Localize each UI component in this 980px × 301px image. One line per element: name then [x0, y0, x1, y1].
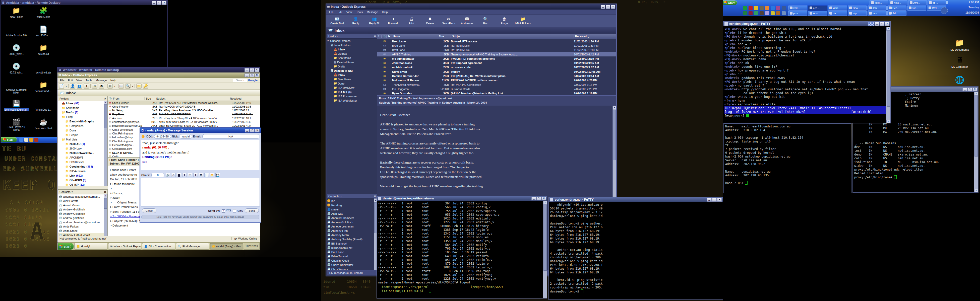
contact-item[interactable]: 📇 Andrew Goldfinch	[58, 211, 107, 216]
format-tool-icon[interactable]: 💾	[215, 173, 220, 177]
contact-item[interactable]: 📇 ajhamvar@adaptiveinternati...	[58, 195, 107, 199]
maximize-icon[interactable]: □	[250, 73, 254, 77]
close-icon[interactable]: ✕	[255, 68, 259, 72]
contact-item[interactable]: 🌼 Ian	[327, 199, 377, 203]
folder-item[interactable]: 📁 2600-NetworkSta...	[58, 151, 107, 155]
google-search-widget[interactable]: Search Google	[233, 79, 258, 82]
contact-item[interactable]: 📇 Brett Lane	[327, 250, 377, 254]
reply-all-icon[interactable]: 👥	[77, 84, 82, 89]
maximize-icon[interactable]: □	[880, 22, 885, 26]
icq-history[interactable]: "nah, just stick em through"randal (01:5…	[141, 140, 260, 170]
quicklaunch-icon[interactable]	[771, 6, 775, 10]
from-column-header[interactable]: From	[112, 97, 145, 100]
folder-item[interactable]: 📁 Drafts (7)	[58, 110, 107, 115]
desktop-icon[interactable]: 🗜 ccrcdb-cd.zip	[31, 62, 56, 81]
menu-item[interactable]: File	[329, 11, 334, 14]
message-row[interactable]: 🖂 APNIC Training 5KB [Training-announce]…	[377, 52, 616, 56]
contact-item[interactable]: 📇 Bill Sashegyi	[327, 241, 377, 246]
app-quicklaunch-icon[interactable]	[34, 138, 38, 142]
maximize-icon[interactable]: □	[250, 68, 254, 72]
winamp-quicklaunch-icon[interactable]	[29, 138, 33, 142]
folder-item[interactable]: 📁 2600-AU (1)	[58, 142, 107, 146]
message-row[interactable]: 🖂 Brett Lane 2KB Re: Hold Music 11/02/20…	[377, 43, 616, 48]
contact-item[interactable]: 📇 Alan Way	[327, 211, 377, 216]
message-row[interactable]: ✉ clc administrator 2KB Fwd(2): RE: conn…	[377, 56, 616, 61]
terminal-output[interactable]: Name: mail.heartfoundation.com.au Addres…	[724, 124, 851, 186]
taskbar-button[interactable]: ~/pr...	[848, 11, 867, 16]
contact-item[interactable]: 📇 Andy Farkas	[58, 224, 107, 228]
contact-item[interactable]: 📇 Andrew Chambers	[327, 216, 377, 220]
maximize-icon[interactable]: □	[712, 198, 717, 202]
quicklaunch-icon[interactable]	[765, 6, 769, 10]
close-icon[interactable]: ✕	[255, 73, 259, 77]
close-icon[interactable]: ✕	[255, 129, 259, 132]
folder-item[interactable]: 📁 Sent Items	[327, 56, 377, 60]
desktop-icon[interactable]: 📁 ccrcdb-cd	[31, 44, 56, 62]
quicklaunch-icon[interactable]	[743, 11, 747, 15]
folders-scrollbar[interactable]: ▲	[104, 101, 107, 186]
minimize-icon[interactable]: ▁	[707, 198, 712, 202]
desktop-icon[interactable]: ☕ Java Web Start	[31, 118, 56, 137]
format-tool-icon[interactable]: 🀫	[177, 173, 181, 177]
quicklaunch-icon[interactable]	[782, 11, 786, 15]
vorlon-putty-window[interactable]: vorlon.rendrag.net - PuTTY ▁□✕ --- nhfgw…	[549, 197, 723, 300]
message-row[interactable]: ✖ Chris Fletcher 2KB Re: FW: [2600-AU] F…	[108, 101, 260, 105]
message-row[interactable]: ✉ Steve Ryan 3KB stubby 10/02/2003 12:05…	[377, 70, 616, 74]
format-tool-icon[interactable]: T	[193, 173, 198, 177]
format-tool-icon[interactable]: T	[188, 173, 192, 177]
size-column-header[interactable]: Size	[145, 97, 155, 100]
toolbar-button[interactable]: ✖ Delete	[421, 15, 439, 26]
contact-item[interactable]: 📇 Anand Vasan	[58, 203, 107, 207]
maximize-icon[interactable]: □	[967, 87, 972, 91]
contact-item[interactable]: 📇 Andrew Goldfinch	[58, 207, 107, 211]
sms-checkbox[interactable]	[233, 209, 236, 212]
menu-item[interactable]: Tools	[356, 11, 363, 14]
close-icon[interactable]: ✕	[611, 5, 615, 9]
taskbar-button[interactable]: Joh...	[867, 6, 887, 11]
quicklaunch-icon[interactable]	[776, 11, 780, 15]
message-row[interactable]: ✉ Ryan Gonzales 3KB [APNIC Members]Membe…	[377, 91, 616, 95]
icq-checkbox[interactable]: ✔	[222, 209, 225, 213]
contact-item[interactable]: 📇 Annette Leishman	[327, 224, 377, 228]
desktop-icon[interactable]: 🎬 DivX Player 2.0 Alpha	[4, 118, 29, 137]
message-row[interactable]: ✉ Jonathon Ross 3KB Fw: Support agreemen…	[377, 61, 616, 65]
print-icon[interactable]: 🖨	[92, 84, 97, 89]
received-column-header[interactable]: Received ▽	[574, 35, 616, 38]
toolbar-button[interactable]: 🔍 Find	[477, 15, 495, 26]
format-tool-icon[interactable]: ⊞	[199, 173, 203, 177]
taskbar-button[interactable]: ech...	[808, 6, 827, 11]
menu-item[interactable]: Message	[367, 11, 378, 14]
putty-output[interactable]: --- nhfgwnhf-wi0.isa.net.au p 50510 pack…	[549, 202, 723, 294]
minimize-icon[interactable]: ▁	[601, 5, 605, 9]
maximize-icon[interactable]: □	[536, 196, 541, 200]
folder-item[interactable]: 📁 2600-Law	[58, 146, 107, 151]
irc-input[interactable]: [#suspects]	[723, 114, 890, 119]
message-row[interactable]: 🖂 TrishK@ag.nsw.gov.au 3KB Re: VSA PKI C…	[377, 82, 616, 87]
contact-item[interactable]: 📇 Anita Krahe	[58, 228, 107, 233]
quicklaunch-icon[interactable]	[765, 11, 769, 15]
putty-titlebar[interactable]: vorlon.rendrag.net - PuTTY ▁□✕	[549, 197, 723, 202]
desktop-icon[interactable]: 📁 New Folder	[4, 7, 29, 25]
maximize-icon[interactable]: □	[606, 5, 610, 9]
menu-item[interactable]: Tools	[86, 79, 92, 82]
folder-item[interactable]: ✉ Outlook Express	[327, 39, 377, 43]
toolbar-button[interactable]: ➜ Forward	[384, 15, 402, 26]
nick-field[interactable]: randal	[180, 134, 192, 139]
contact-item[interactable]: 📇 andrew goldfinch	[58, 216, 107, 220]
folder-item[interactable]: 📥 Inbox	[327, 73, 377, 77]
folder-item[interactable]: 📁 Done	[58, 128, 107, 133]
message-row[interactable]: ✉ Melbourne IT Renew... 11KB RENEWAL NOT…	[377, 78, 616, 82]
minimize-icon[interactable]: ▁	[531, 196, 536, 200]
quicklaunch-icon[interactable]	[760, 6, 764, 10]
terminal-scrollbar[interactable]: ▲	[543, 201, 547, 298]
menu-item[interactable]: Help	[110, 79, 116, 82]
minimize-icon[interactable]: ▁	[245, 73, 249, 77]
contact-item[interactable]: 📇 Chaplin, Geoff	[327, 258, 377, 263]
taskbar-button[interactable]: Aust...	[808, 11, 827, 16]
folder-item[interactable]: 📁 Done	[327, 81, 377, 86]
taskbar-button[interactable]: Ado...	[888, 11, 907, 16]
message-row[interactable]: ✉ Brett Lane 2KB Bolwerk FTP access 11/0…	[377, 39, 616, 43]
close-icon[interactable]: ✕	[374, 35, 376, 38]
from-column-header[interactable]: From	[392, 35, 437, 38]
search-input[interactable]: Search	[233, 79, 247, 82]
